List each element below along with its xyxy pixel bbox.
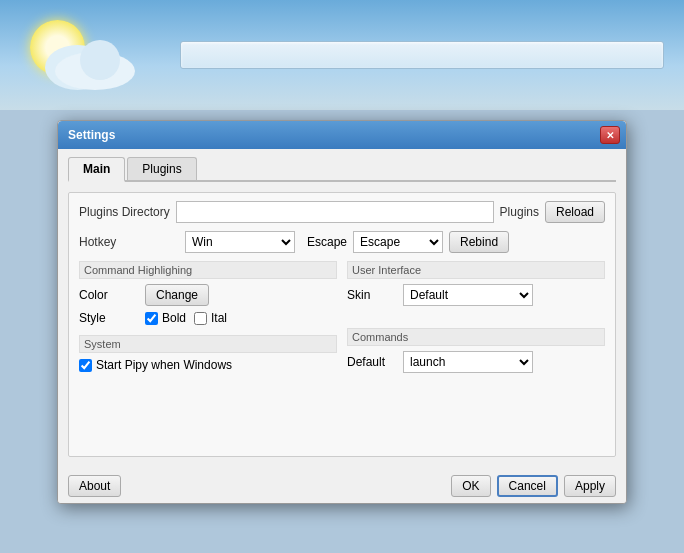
system-section: System	[79, 335, 337, 353]
plugins-directory-row: Plugins Directory Plugins Reload	[79, 201, 605, 223]
hotkey-label: Hotkey	[79, 235, 179, 249]
tab-main[interactable]: Main	[68, 157, 125, 182]
tab-row: Main Plugins	[68, 157, 616, 182]
cancel-button[interactable]: Cancel	[497, 475, 558, 497]
color-label: Color	[79, 288, 139, 302]
plugins-label: Plugins	[500, 205, 539, 219]
settings-dialog: Settings ✕ Main Plugins Plugins Director…	[57, 120, 627, 504]
default-select[interactable]: launch	[403, 351, 533, 373]
header-search-bar[interactable]	[180, 41, 664, 69]
dialog-footer: About OK Cancel Apply	[58, 467, 626, 503]
escape-label: Escape	[307, 235, 347, 249]
tab-plugins[interactable]: Plugins	[127, 157, 196, 180]
change-button[interactable]: Change	[145, 284, 209, 306]
cloud-icon	[20, 10, 160, 100]
skin-label: Skin	[347, 288, 397, 302]
settings-content: Plugins Directory Plugins Reload Hotkey …	[68, 192, 616, 457]
rebind-button[interactable]: Rebind	[449, 231, 509, 253]
dialog-body: Main Plugins Plugins Directory Plugins R…	[58, 149, 626, 467]
about-button[interactable]: About	[68, 475, 121, 497]
commands-section: Commands	[347, 328, 605, 346]
start-pipy-label[interactable]: Start Pipy when Windows	[79, 358, 232, 372]
two-column-section: Command Highlighing Color Change Style B…	[79, 261, 605, 378]
style-row: Style Bold Ital	[79, 311, 337, 325]
italic-label: Ital	[211, 311, 227, 325]
start-pipy-row: Start Pipy when Windows	[79, 358, 337, 372]
bold-checkbox[interactable]	[145, 312, 158, 325]
plugins-dir-label: Plugins Directory	[79, 205, 170, 219]
right-column: User Interface Skin Default Commands Def…	[347, 261, 605, 378]
skin-select[interactable]: Default	[403, 284, 533, 306]
dialog-title: Settings	[64, 128, 115, 142]
ok-button[interactable]: OK	[451, 475, 490, 497]
style-options: Bold Ital	[145, 311, 227, 325]
footer-right-buttons: OK Cancel Apply	[451, 475, 616, 497]
hotkey-select[interactable]: Win	[185, 231, 295, 253]
italic-checkbox[interactable]	[194, 312, 207, 325]
cloud-shape	[40, 35, 140, 90]
left-column: Command Highlighing Color Change Style B…	[79, 261, 337, 378]
default-row: Default launch	[347, 351, 605, 373]
color-row: Color Change	[79, 284, 337, 306]
default-label: Default	[347, 355, 397, 369]
close-button[interactable]: ✕	[600, 126, 620, 144]
cloud-bump	[80, 40, 120, 80]
start-pipy-text: Start Pipy when Windows	[96, 358, 232, 372]
escape-select[interactable]: Escape	[353, 231, 443, 253]
dialog-titlebar: Settings ✕	[58, 121, 626, 149]
bold-checkbox-label[interactable]: Bold	[145, 311, 186, 325]
dialog-overlay: Settings ✕ Main Plugins Plugins Director…	[0, 110, 684, 553]
header-banner	[0, 0, 684, 110]
style-label: Style	[79, 311, 139, 325]
hotkey-row: Hotkey Win Escape Escape Rebind	[79, 231, 605, 253]
start-pipy-checkbox[interactable]	[79, 359, 92, 372]
reload-button[interactable]: Reload	[545, 201, 605, 223]
command-highlight-section: Command Highlighing	[79, 261, 337, 279]
skin-row: Skin Default	[347, 284, 605, 306]
bold-label: Bold	[162, 311, 186, 325]
italic-checkbox-label[interactable]: Ital	[194, 311, 227, 325]
user-interface-section: User Interface	[347, 261, 605, 279]
plugins-dir-input[interactable]	[176, 201, 494, 223]
apply-button[interactable]: Apply	[564, 475, 616, 497]
